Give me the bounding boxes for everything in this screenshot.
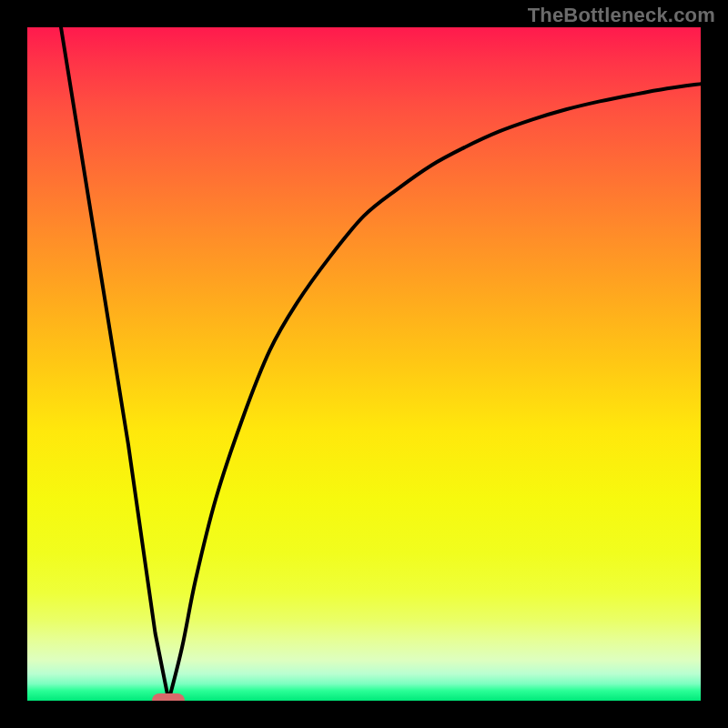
min-marker bbox=[152, 693, 185, 701]
chart-frame: TheBottleneck.com bbox=[0, 0, 728, 728]
bottleneck-curve bbox=[61, 27, 701, 701]
curve-svg bbox=[27, 27, 701, 701]
plot-area bbox=[27, 27, 701, 701]
watermark-text: TheBottleneck.com bbox=[528, 4, 715, 27]
